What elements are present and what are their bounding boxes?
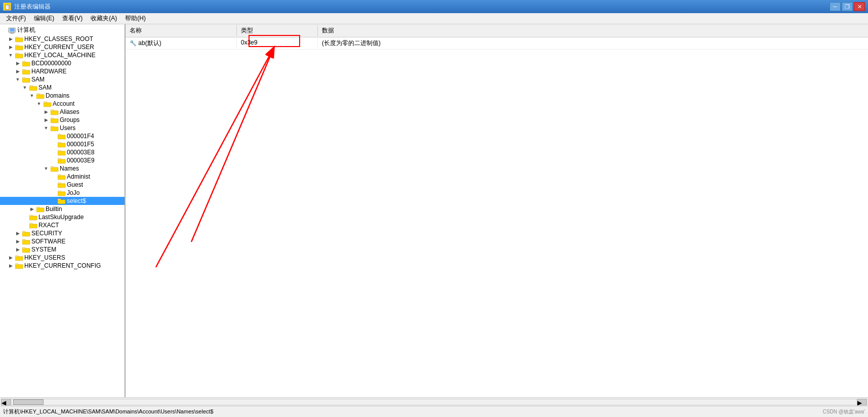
svg-line-64 — [156, 47, 274, 267]
svg-rect-4 — [15, 38, 23, 42]
tree-toggle[interactable]: ▼ — [21, 84, 28, 91]
tree-label: SOFTWARE — [31, 238, 66, 245]
tree-toggle[interactable]: ▼ — [7, 52, 14, 59]
svg-rect-51 — [29, 223, 32, 225]
tree-toggle[interactable]: ▼ — [14, 76, 21, 83]
scroll-left-btn[interactable]: ◀ — [1, 399, 11, 405]
folder-icon — [51, 165, 59, 172]
svg-rect-25 — [51, 118, 54, 119]
tree-toggle[interactable]: ▶ — [7, 254, 14, 261]
detail-rows: 🔧 ab(默认)0x3e9(长度为零的二进制值) — [126, 37, 868, 50]
tree-item-sam2[interactable]: ▼ SAM — [0, 84, 125, 92]
table-row[interactable]: 🔧 ab(默认)0x3e9(长度为零的二进制值) — [126, 37, 868, 50]
tree-item-rxact[interactable]: RXACT — [0, 221, 125, 229]
tree-item-hkcr[interactable]: ▶ HKEY_CLASSES_ROOT — [0, 35, 125, 43]
h-scrollbar[interactable]: ◀ ▶ — [0, 397, 868, 406]
svg-rect-53 — [22, 231, 25, 233]
tree-item-software[interactable]: ▶ SOFTWARE — [0, 237, 125, 245]
tree-toggle[interactable]: ▶ — [43, 116, 50, 123]
tree-item-system[interactable]: ▶ SYSTEM — [0, 245, 125, 254]
svg-rect-26 — [51, 127, 58, 131]
menu-help[interactable]: 帮助(H) — [121, 13, 150, 24]
folder-icon — [51, 117, 59, 123]
svg-rect-49 — [29, 215, 32, 217]
svg-rect-32 — [58, 151, 65, 155]
scroll-right-btn[interactable]: ▶ — [857, 399, 867, 405]
tree-item-security[interactable]: ▶ SECURITY — [0, 229, 125, 237]
tree-toggle[interactable]: ▶ — [43, 108, 50, 115]
tree-item-aliases[interactable]: ▶ Aliases — [0, 108, 125, 116]
tree-label: HARDWARE — [31, 68, 67, 75]
tree-toggle-placeholder — [50, 197, 57, 204]
tree-toggle[interactable]: ▼ — [28, 92, 35, 99]
tree-toggle[interactable]: ▶ — [14, 246, 21, 253]
tree-item-u4[interactable]: 000003E9 — [0, 156, 125, 164]
svg-rect-6 — [15, 46, 23, 50]
tree-toggle-placeholder — [21, 214, 28, 221]
svg-rect-52 — [22, 232, 30, 236]
tree-toggle[interactable]: ▶ — [14, 68, 21, 75]
tree-toggle[interactable]: ▶ — [14, 230, 21, 237]
menu-file[interactable]: 文件(F) — [2, 13, 30, 24]
tree-item-u3[interactable]: 000003E8 — [0, 148, 125, 156]
tree-label: SAM — [38, 84, 52, 91]
tree-item-jojo[interactable]: JoJo — [0, 189, 125, 197]
svg-rect-20 — [44, 103, 51, 107]
tree-item-sam[interactable]: ▼ SAM — [0, 75, 125, 84]
svg-rect-17 — [29, 86, 32, 87]
tree-item-groups[interactable]: ▶ Groups — [0, 116, 125, 124]
minimize-button[interactable]: ─ — [830, 2, 841, 11]
tree-toggle[interactable]: ▶ — [7, 44, 14, 51]
svg-rect-43 — [58, 191, 61, 192]
tree-item-bcd[interactable]: ▶ BCD00000000 — [0, 59, 125, 67]
tree-label: Administ — [67, 173, 90, 180]
svg-rect-22 — [51, 111, 58, 115]
tree-toggle[interactable]: ▼ — [43, 165, 50, 172]
folder-icon — [58, 190, 66, 196]
tree-toggle[interactable]: ▶ — [7, 262, 14, 269]
svg-rect-15 — [22, 77, 25, 79]
svg-rect-18 — [36, 95, 44, 99]
close-button[interactable]: ✕ — [854, 2, 865, 11]
tree-item-guest[interactable]: Guest — [0, 181, 125, 189]
svg-rect-7 — [15, 45, 18, 47]
tree-item-u2[interactable]: 000001F5 — [0, 140, 125, 148]
tree-item-hkcu[interactable]: ▶ HKEY_CURRENT_USER — [0, 43, 125, 51]
tree-toggle[interactable]: ▶ — [14, 238, 21, 245]
computer-icon — [8, 27, 16, 33]
tree-item-builtin[interactable]: ▶ Builtin — [0, 205, 125, 213]
tree-item-hku[interactable]: ▶ HKEY_USERS — [0, 254, 125, 262]
menu-favorites[interactable]: 收藏夹(A) — [87, 13, 121, 24]
tree-panel[interactable]: 计算机▶ HKEY_CLASSES_ROOT▶ HKEY_CURRENT_USE… — [0, 24, 126, 397]
svg-rect-27 — [51, 126, 54, 128]
tree-item-u1[interactable]: 000001F4 — [0, 132, 125, 140]
tree-toggle-placeholder — [50, 149, 57, 156]
scroll-thumb[interactable] — [13, 399, 44, 405]
tree-item-hklm[interactable]: ▼ HKEY_LOCAL_MACHINE — [0, 51, 125, 59]
tree-toggle[interactable]: ▶ — [7, 35, 14, 43]
tree-item-computer[interactable]: 计算机 — [0, 25, 125, 35]
tree-toggle[interactable]: ▼ — [35, 100, 43, 107]
tree-item-account[interactable]: ▼ Account — [0, 100, 125, 108]
window-title: 注册表编辑器 — [14, 3, 51, 11]
restore-button[interactable]: ❐ — [842, 2, 853, 11]
tree-item-hkcc[interactable]: ▶ HKEY_CURRENT_CONFIG — [0, 262, 125, 270]
tree-item-domains[interactable]: ▼ Domains — [0, 92, 125, 100]
folder-icon — [29, 214, 37, 220]
tree-item-lastsku[interactable]: LastSkuUpgrade — [0, 213, 125, 221]
tree-label: HKEY_USERS — [24, 254, 65, 261]
menu-bar: 文件(F) 编辑(E) 查看(V) 收藏夹(A) 帮助(H) — [0, 13, 868, 24]
tree-toggle[interactable]: ▶ — [28, 205, 35, 213]
menu-edit[interactable]: 编辑(E) — [30, 13, 58, 24]
tree-item-hardware[interactable]: ▶ HARDWARE — [0, 67, 125, 75]
tree-item-users[interactable]: ▼ Users — [0, 124, 125, 132]
tree-item-admin[interactable]: Administ — [0, 173, 125, 181]
col-type: 类型 — [237, 25, 318, 36]
tree-item-selects[interactable]: select$ — [0, 197, 125, 205]
folder-icon — [44, 101, 52, 107]
scroll-track[interactable] — [11, 399, 857, 405]
tree-toggle[interactable]: ▶ — [14, 60, 21, 67]
menu-view[interactable]: 查看(V) — [58, 13, 87, 24]
tree-toggle[interactable]: ▼ — [43, 124, 50, 132]
tree-item-names[interactable]: ▼ Names — [0, 164, 125, 173]
